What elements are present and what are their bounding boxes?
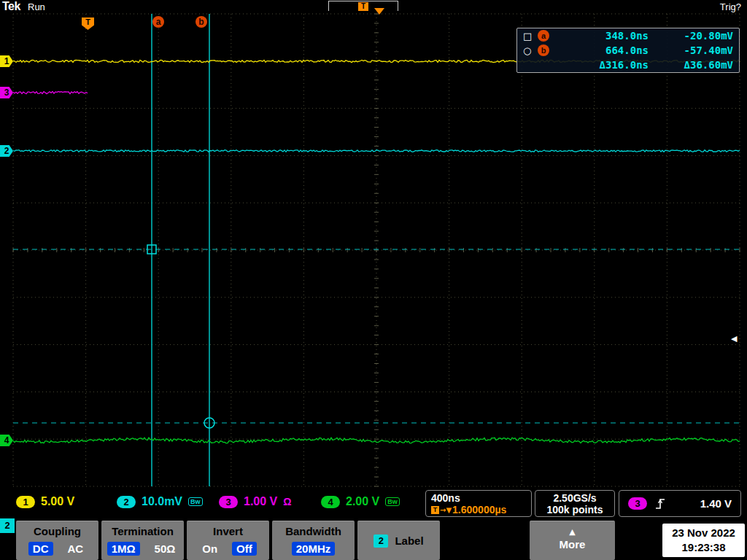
ch2-badge: 2 — [117, 496, 136, 508]
bottom-menu-bar: 2 Coupling DC AC Termination 1MΩ 50Ω Inv… — [0, 518, 747, 560]
ch3-impedance: Ω — [283, 496, 291, 508]
termination-title: Termination — [101, 525, 184, 537]
cursor-b-time: 664.0ns — [552, 44, 649, 56]
delay-arrow-icon: →▼ — [440, 506, 452, 514]
label-title: Label — [395, 534, 423, 547]
up-arrow-icon: ▲ — [530, 527, 615, 537]
ch3-badge: 3 — [219, 496, 238, 508]
cursor-a-time: 348.0ns — [552, 30, 649, 42]
cursor-a-badge-small: a — [538, 30, 549, 42]
rising-edge-icon — [654, 497, 666, 510]
label-button[interactable]: 2 Label — [357, 521, 440, 560]
more-button[interactable]: ▲ More — [530, 521, 615, 560]
acquisition-box[interactable]: 2.50GS/s 100k points — [535, 490, 615, 517]
top-bar: Tek Run T Trig? — [0, 0, 747, 13]
record-length: 100k points — [535, 504, 614, 516]
label-channel-badge: 2 — [374, 534, 388, 548]
horizontal-scale-box[interactable]: 400ns T →▼ 1.600000µs — [425, 490, 532, 517]
ch4-scale: 2.00 V — [346, 495, 379, 508]
coupling-button[interactable]: Coupling DC AC — [16, 521, 98, 560]
invert-button[interactable]: Invert On Off — [187, 521, 269, 560]
right-edge-arrow-icon: ◀ — [731, 334, 737, 343]
trigger-box[interactable]: 3 1.40 V — [619, 490, 741, 517]
cursor-a-row: □ a 348.0ns -20.80mV — [517, 28, 739, 43]
trace-ch3 — [13, 91, 88, 93]
delta-time: Δ316.0ns — [552, 59, 649, 71]
cursor-delta-row: Δ316.0ns Δ36.60mV — [517, 58, 739, 72]
delay-value: 1.600000µs — [452, 504, 506, 516]
circle-cursor-icon: ○ — [523, 45, 538, 56]
bandwidth-options: 20MHz — [272, 542, 355, 556]
ch2-bandwidth-limit-icon: Bw — [188, 497, 203, 506]
invert-title: Invert — [187, 525, 269, 537]
cursor-b-row: ○ b 664.0ns -57.40mV — [517, 43, 739, 58]
bandwidth-button[interactable]: Bandwidth 20MHz — [272, 521, 355, 560]
cursor-a-voltage: -20.80mV — [649, 30, 733, 42]
cursor-b-badge[interactable]: b — [196, 16, 207, 28]
square-cursor-icon: □ — [523, 31, 538, 42]
cursor-readout-box[interactable]: □ a 348.0ns -20.80mV ○ b 664.0ns -57.40m… — [516, 28, 740, 73]
trigger-status: Trig? — [720, 1, 741, 12]
acquisition-status: Run — [28, 1, 45, 12]
termination-1mohm-option[interactable]: 1MΩ — [107, 542, 140, 556]
termination-button[interactable]: Termination 1MΩ 50Ω — [101, 521, 184, 560]
record-view-bracket: T — [328, 1, 398, 11]
ch2-scale: 10.0mV — [142, 495, 182, 508]
coupling-ac-option[interactable]: AC — [65, 542, 87, 555]
cursor-a-badge[interactable]: a — [152, 16, 164, 28]
trigger-position-marker: T — [358, 2, 368, 11]
termination-50ohm-option[interactable]: 50Ω — [152, 542, 179, 555]
invert-off-option[interactable]: Off — [232, 542, 257, 556]
graticule-and-traces — [0, 13, 747, 489]
ch4-scale-readout[interactable]: 4 2.00 V Bw — [321, 494, 400, 510]
tek-logo: Tek — [2, 0, 20, 13]
trigger-t-icon: T — [431, 506, 439, 514]
invert-options: On Off — [187, 542, 269, 556]
time-text: 19:23:38 — [662, 540, 745, 555]
ch1-badge: 1 — [16, 496, 35, 508]
cursor-b-badge-small: b — [538, 44, 549, 56]
ch4-bandwidth-limit-icon: Bw — [385, 497, 400, 506]
menu-channel-badge: 2 — [0, 518, 15, 533]
bandwidth-20mhz-option[interactable]: 20MHz — [292, 542, 336, 556]
trace-ch2 — [13, 150, 740, 152]
delta-voltage: Δ36.60mV — [649, 59, 733, 71]
coupling-title: Coupling — [16, 525, 98, 537]
coupling-options: DC AC — [16, 542, 98, 556]
bandwidth-title: Bandwidth — [272, 525, 355, 537]
ch4-badge: 4 — [321, 496, 340, 508]
trigger-level: 1.40 V — [700, 497, 732, 510]
delay-readout: T →▼ 1.600000µs — [431, 504, 526, 516]
waveform-display: 1 3 2 4 T a b □ a 348.0ns -20.80mV ○ b 6… — [0, 13, 747, 489]
ch3-scale-readout[interactable]: 3 1.00 V Ω — [219, 494, 292, 510]
oscilloscope-screen: Tek Run T Trig? 1 3 2 4 T a b □ a 348.0n… — [0, 0, 747, 560]
date-text: 23 Nov 2022 — [662, 526, 745, 540]
termination-options: 1MΩ 50Ω — [101, 542, 184, 556]
cursor-b-voltage: -57.40mV — [649, 44, 733, 56]
coupling-dc-option[interactable]: DC — [28, 542, 53, 556]
sample-rate: 2.50GS/s — [535, 492, 614, 504]
ch1-scale: 5.00 V — [41, 495, 74, 508]
more-title: More — [530, 538, 615, 551]
ch3-scale: 1.00 V — [244, 495, 277, 508]
trigger-source-badge: 3 — [628, 497, 647, 510]
timebase-value: 400ns — [431, 492, 526, 504]
readout-bar: 1 5.00 V 2 10.0mV Bw 3 1.00 V Ω 4 2.00 V… — [0, 489, 747, 519]
datetime-box: 23 Nov 2022 19:23:38 — [662, 524, 745, 557]
ch2-scale-readout[interactable]: 2 10.0mV Bw — [117, 494, 203, 510]
invert-on-option[interactable]: On — [199, 542, 220, 555]
ch1-scale-readout[interactable]: 1 5.00 V — [16, 494, 74, 510]
